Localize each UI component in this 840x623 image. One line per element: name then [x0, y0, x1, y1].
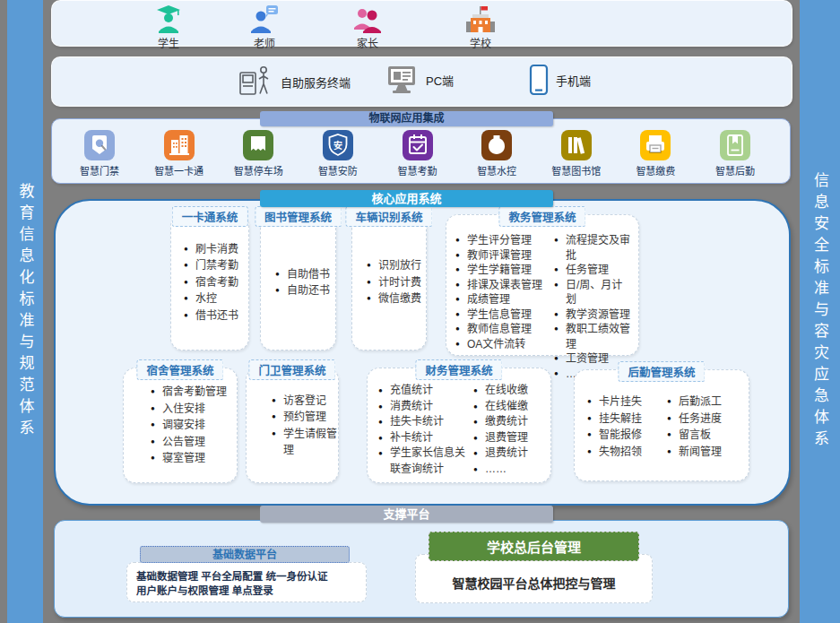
list-item: 宿舍考勤 — [184, 274, 248, 291]
base-platform-line: 基础数据管理 平台全局配置 统一身份认证 — [136, 569, 359, 584]
onecard-feature-list: 刷卡消费门禁考勤宿舍考勤水控借书还书 — [171, 241, 248, 324]
student-icon — [154, 4, 183, 34]
iot-label: 智慧停车场 — [234, 163, 283, 177]
pc-icon — [385, 64, 419, 96]
base-data-platform-title: 基础数据平台 — [140, 546, 350, 563]
list-item: 卡片挂失 — [587, 394, 642, 411]
list-item: 智能报修 — [587, 427, 642, 444]
list-item: 新闻管理 — [667, 444, 722, 461]
iot-item-library: 智慧图书馆 — [543, 130, 610, 177]
user-role-label: 学校 — [470, 35, 491, 50]
logistics-feature-list-left: 卡片挂失挂失解挂智能报修失物招领 — [587, 394, 642, 460]
system-box-gate: 门卫管理系统 访客登记预约管理学生请假管理 — [246, 368, 339, 483]
finance-feature-list-right: 在线收缴在线催缴缴费统计退费管理退费统计…… — [473, 383, 547, 477]
list-item: 访客登记 — [272, 393, 338, 410]
list-item: 教师评课管理 — [455, 248, 549, 264]
list-item: 流程提交及审批 — [554, 233, 633, 263]
iot-item-parking: 智慧停车场 — [225, 130, 291, 177]
parking-ticket-icon — [243, 130, 273, 160]
list-item: 后勤派工 — [667, 394, 722, 411]
iot-label: 智慧缴费 — [636, 163, 675, 177]
iot-item-water: 智慧水控 — [463, 130, 530, 177]
library-books-icon — [561, 130, 592, 160]
list-item: 日/周、月计划 — [554, 278, 633, 307]
terminal-pc: PC端 — [385, 64, 454, 96]
terminal-label: PC端 — [426, 72, 454, 89]
logistics-flag-icon — [720, 130, 750, 160]
list-item: 消费统计 — [378, 399, 468, 415]
list-item: 充值统计 — [378, 383, 468, 399]
list-item: 水控 — [184, 290, 248, 307]
user-roles-row: 学生 老师 — [51, 0, 792, 47]
system-box-onecard: 一卡通系统 刷卡消费门禁考勤宿舍考勤水控借书还书 — [170, 214, 249, 350]
support-platform-panel: 基础数据平台 基础数据管理 平台全局配置 统一身份认证 用户账户与权限管理 单点… — [54, 520, 789, 618]
left-standards-bar: 教育信息化标准与规范体系 — [7, 0, 43, 623]
library-feature-list: 自助借书自助还书 — [261, 266, 335, 299]
list-item: 寝室管理 — [151, 450, 237, 467]
list-item: 学生请假管理 — [272, 426, 338, 459]
core-section-header: 核心应用系统 — [260, 190, 553, 207]
list-item: 失物招领 — [587, 444, 642, 461]
list-item: 识别放行 — [367, 257, 426, 274]
iot-item-logistics: 智慧后勤 — [702, 130, 768, 177]
system-box-vehicle: 车辆识别系统 识别放行计时计费微信缴费 — [351, 214, 427, 350]
list-item: 教学资源管理 — [554, 307, 633, 323]
list-item: 预约管理 — [272, 409, 338, 426]
logistics-feature-list-right: 后勤派工任务进度留言板新闻管理 — [667, 394, 722, 460]
system-title: 后勤管理系统 — [618, 361, 705, 382]
support-section-header: 支撑平台 — [260, 506, 553, 523]
user-role-parents: 家长 — [339, 4, 396, 50]
list-item: 自助还书 — [275, 282, 335, 299]
kiosk-icon — [236, 64, 273, 100]
system-box-finance: 财务管理系统 充值统计消费统计挂失卡统计补卡统计学生家长信息关联查询统计 在线收… — [367, 368, 551, 483]
terminal-label: 自助服务终端 — [281, 74, 351, 91]
user-role-label: 家长 — [357, 35, 378, 50]
list-item: 成绩管理 — [455, 292, 549, 307]
list-item: 在线收缴 — [473, 383, 547, 399]
iot-label: 智慧图书馆 — [551, 163, 601, 177]
list-item: 缴费统计 — [473, 414, 547, 430]
smart-campus-architecture-diagram: 教育信息化标准与规范体系 信息安全标准与容灾应急体系 学生 — [0, 0, 840, 623]
door-access-icon — [84, 130, 115, 160]
iot-section-header: 物联网应用集成 — [260, 111, 553, 126]
vehicle-feature-list: 识别放行计时计费微信缴费 — [352, 257, 426, 307]
list-item: 入住安排 — [151, 401, 237, 418]
user-role-label: 学生 — [158, 35, 179, 50]
iot-item-access: 智慧门禁 — [66, 130, 133, 177]
iot-label: 智慧一卡通 — [154, 163, 204, 177]
iot-integration-strip: 智慧门禁 智慧一卡通 智慧停车场 安 — [51, 118, 791, 184]
list-item: 宿舍考勤管理 — [151, 384, 237, 401]
list-item: 微信缴费 — [367, 290, 426, 307]
academic-feature-list-right: 流程提交及审批任务管理日/周、月计划教学资源管理教职工绩效管理工资管理…… — [554, 233, 633, 381]
attendance-calendar-icon — [403, 130, 433, 160]
school-admin-desc: 智慧校园平台总体把控与管理 — [453, 574, 616, 592]
security-shield-icon: 安 — [323, 130, 353, 160]
list-item: 在线催缴 — [473, 399, 547, 415]
system-title: 图书管理系统 — [255, 206, 342, 227]
school-icon — [464, 4, 497, 34]
list-item: 自助借书 — [275, 266, 335, 283]
iot-label: 智慧安防 — [318, 163, 358, 177]
user-role-student: 学生 — [140, 4, 197, 50]
list-item: 学生评分管理 — [455, 233, 549, 248]
system-box-academic: 教务管理系统 学生评分管理教师评课管理学生学籍管理排课及课表管理成绩管理学生信息… — [446, 214, 639, 356]
list-item: OA文件流转 — [455, 337, 549, 352]
iot-item-attendance: 智慧考勤 — [385, 130, 451, 177]
right-security-bar: 信息安全标准与容灾应急体系 — [800, 0, 840, 623]
list-item: 刷卡消费 — [184, 241, 248, 258]
user-role-school: 学校 — [452, 4, 509, 50]
base-platform-line: 用户账户与权限管理 单点登录 — [136, 584, 359, 598]
list-item: 任务进度 — [667, 411, 722, 428]
iot-label: 智慧后勤 — [715, 163, 755, 177]
teacher-icon — [249, 4, 280, 34]
list-item: 挂失解挂 — [587, 411, 642, 428]
terminal-label: 手机端 — [556, 72, 591, 89]
parents-icon — [351, 4, 384, 34]
core-systems-panel: 一卡通系统 刷卡消费门禁考勤宿舍考勤水控借书还书 图书管理系统 自助借书自助还书… — [54, 199, 791, 506]
list-item: 教职工绩效管理 — [554, 322, 633, 351]
iot-item-security: 安 智慧安防 — [305, 130, 371, 177]
list-item: 学生信息管理 — [455, 307, 549, 323]
list-item: 借书还书 — [184, 307, 248, 324]
system-title: 一卡通系统 — [172, 206, 248, 227]
list-item: 调寝安排 — [151, 417, 237, 434]
